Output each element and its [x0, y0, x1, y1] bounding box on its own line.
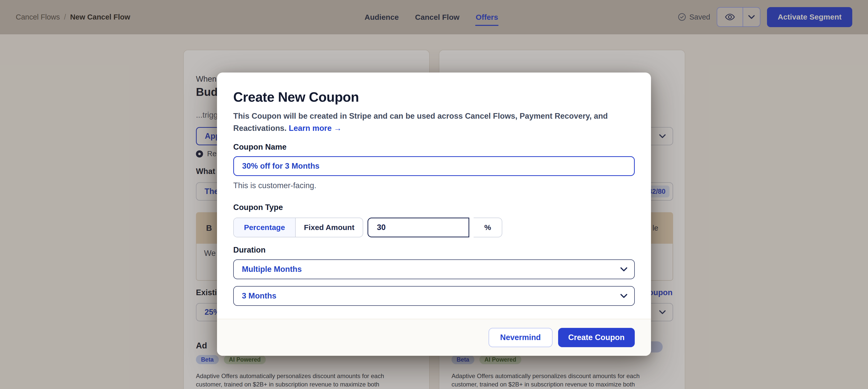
duration-months-select[interactable]: 3 Months: [233, 286, 635, 306]
modal-title: Create New Coupon: [233, 89, 359, 105]
coupon-name-label: Coupon Name: [233, 142, 286, 152]
coupon-type-segmented-control: Percentage Fixed Amount: [233, 218, 363, 237]
create-coupon-modal: Create New Coupon This Coupon will be cr…: [217, 72, 651, 356]
discount-amount-input[interactable]: [368, 218, 469, 237]
duration-select-value: Multiple Months: [242, 265, 302, 274]
percent-unit-suffix: %: [474, 218, 502, 237]
modal-footer: Nevermind Create Coupon: [217, 319, 651, 356]
create-coupon-button[interactable]: Create Coupon: [558, 328, 635, 347]
coupon-type-row: Percentage Fixed Amount %: [233, 218, 502, 237]
chevron-down-icon: [620, 294, 628, 298]
modal-description-line2: Reactivations. Learn more →: [233, 122, 608, 134]
learn-more-link[interactable]: Learn more →: [289, 124, 342, 133]
coupon-name-input[interactable]: [233, 156, 635, 176]
modal-description-line1: This Coupon will be created in Stripe an…: [233, 110, 608, 122]
nevermind-button[interactable]: Nevermind: [489, 328, 553, 347]
chevron-down-icon: [620, 267, 628, 272]
duration-months-value: 3 Months: [242, 291, 276, 300]
modal-description: This Coupon will be created in Stripe an…: [233, 110, 608, 134]
duration-label: Duration: [233, 246, 266, 255]
duration-select[interactable]: Multiple Months: [233, 259, 635, 279]
coupon-name-helper: This is customer-facing.: [233, 181, 316, 190]
fixed-amount-option[interactable]: Fixed Amount: [295, 218, 363, 237]
coupon-type-label: Coupon Type: [233, 203, 283, 212]
percentage-option[interactable]: Percentage: [234, 218, 295, 237]
